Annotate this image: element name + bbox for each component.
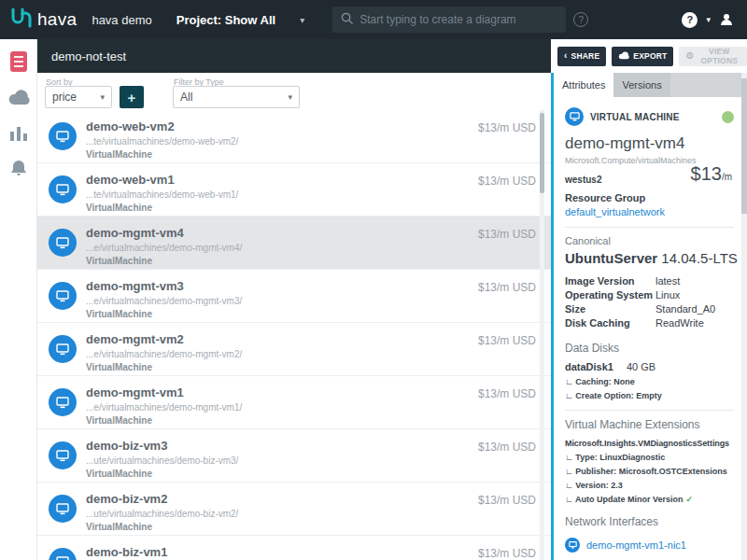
- attr-label: Image Version: [565, 274, 655, 288]
- resource-title: demo-mgmt-vm4: [565, 134, 734, 153]
- resource-path: ...ute/virtualmachines/demo-biz-vm3/: [86, 455, 238, 466]
- panel-tabs: Attributes Versions: [554, 73, 747, 97]
- tab-attributes[interactable]: Attributes: [554, 73, 613, 97]
- attr-label: Operating System: [565, 288, 655, 302]
- sidebar-item-stats[interactable]: [7, 122, 31, 147]
- extension-detail: ∟ Publisher: Microsoft.OSTCExtensions: [565, 467, 734, 476]
- top-navbar: hava hava demo Project: Show All ▾ ? ? ▾: [0, 0, 747, 39]
- resource-price: $13/m USD: [478, 547, 536, 560]
- sidebar-item-alerts[interactable]: [7, 158, 31, 182]
- search-icon: [341, 11, 353, 28]
- list-item[interactable]: demo-mgmt-vm3 ...e/virtualmachines/demo-…: [37, 270, 551, 323]
- resource-path: ...ute/virtualmachines/demo-biz-vm2/: [86, 509, 238, 519]
- resource-type: VirtualMachine: [86, 362, 242, 372]
- add-filter-button[interactable]: +: [120, 86, 144, 108]
- vm-icon: [49, 548, 77, 560]
- project-dropdown-label: Project: Show All: [176, 13, 275, 27]
- list-item[interactable]: demo-biz-vm2 ...ute/virtualmachines/demo…: [37, 483, 551, 536]
- navbar-right-cluster: ? ▾: [682, 12, 734, 28]
- export-button[interactable]: EXPORT: [612, 47, 673, 66]
- sort-select[interactable]: price ▾: [45, 86, 112, 108]
- extension-detail: ∟ Version: 2.3: [565, 481, 734, 490]
- main-content: demo-not-test Sort by price ▾ + Filter b…: [37, 39, 551, 560]
- attr-label: Size: [565, 302, 655, 316]
- gear-icon: ⚙: [685, 51, 694, 61]
- share-button[interactable]: ‹ SHARE: [557, 47, 606, 66]
- environment-header: demo-not-test: [37, 39, 551, 73]
- vm-icon: [49, 229, 77, 257]
- list-item[interactable]: demo-biz-vm1 ...ute/virtualmachines/demo…: [37, 536, 551, 560]
- vm-icon: [49, 388, 77, 416]
- resource-path: ...e/virtualmachines/demo-mgmt-vm2/: [86, 349, 242, 359]
- region-label: westus2: [565, 175, 601, 185]
- list-item[interactable]: demo-web-vm1 ...te/virtualmachines/demo-…: [37, 163, 551, 217]
- tab-versions[interactable]: Versions: [613, 73, 669, 97]
- nic-link[interactable]: demo-mgmt-vm1-nic1: [586, 539, 686, 551]
- list-scrollbar-thumb[interactable]: [540, 113, 544, 193]
- data-disks-title: Data Disks: [565, 342, 734, 355]
- attribute-table: Image Version latest Operating System Li…: [565, 274, 734, 330]
- extensions-title: Virtual Machine Extensions: [565, 418, 734, 431]
- resource-group-link[interactable]: default_virtualnetwork: [565, 206, 734, 217]
- attributes-panel: ‹ SHARE EXPORT ⚙ VIEW OPTIONS Attributes…: [551, 39, 747, 560]
- list-item-selected[interactable]: demo-mgmt-vm4 ...e/virtualmachines/demo-…: [37, 217, 551, 270]
- resource-price: $13/m USD: [478, 228, 536, 241]
- resource-header: VIRTUAL MACHINE: [565, 107, 734, 126]
- sidebar-item-environments[interactable]: [7, 51, 31, 76]
- resource-type: VirtualMachine: [86, 415, 242, 426]
- resource-path: ...te/virtualmachines/demo-web-vm1/: [86, 189, 238, 200]
- vm-icon: [49, 122, 77, 150]
- sort-select-value: price: [52, 91, 77, 104]
- bar-chart-icon: [9, 124, 28, 145]
- search-input[interactable]: [359, 13, 557, 26]
- list-toolbar: Sort by price ▾ + Filter by Type All ▾: [37, 73, 551, 110]
- panel-scrollbar-thumb[interactable]: [741, 78, 747, 214]
- user-icon[interactable]: [719, 12, 734, 27]
- brand[interactable]: hava: [9, 7, 77, 33]
- resource-price: $13/m USD: [478, 121, 536, 134]
- check-icon: ✓: [685, 495, 693, 504]
- resource-price: $13/m USD: [478, 387, 536, 400]
- sidebar-item-clouds[interactable]: [7, 87, 31, 111]
- brand-name: hava: [37, 9, 77, 30]
- help-icon[interactable]: ?: [682, 12, 698, 28]
- share-icon: ‹: [564, 51, 568, 61]
- list-item[interactable]: demo-mgmt-vm1 ...e/virtualmachines/demo-…: [37, 376, 551, 429]
- attr-value: ReadWrite: [655, 316, 704, 330]
- vm-icon: [49, 441, 77, 469]
- region-price-row: westus2 $13/m: [565, 170, 734, 183]
- project-dropdown[interactable]: Project: Show All ▾: [176, 13, 304, 27]
- list-item[interactable]: demo-mgmt-vm2 ...e/virtualmachines/demo-…: [37, 323, 551, 376]
- resource-kind-label: VIRTUAL MACHINE: [590, 112, 680, 122]
- hava-logo-icon: [9, 7, 34, 33]
- resource-name: demo-biz-vm3: [86, 439, 238, 453]
- disk-name: dataDisk1: [565, 361, 613, 372]
- attribute-row: Disk Caching ReadWrite: [565, 316, 734, 330]
- status-indicator: [722, 111, 734, 123]
- panel-action-bar: ‹ SHARE EXPORT ⚙ VIEW OPTIONS: [551, 39, 747, 73]
- resource-name: demo-web-vm1: [86, 173, 238, 187]
- help-outline-icon[interactable]: ?: [573, 12, 588, 27]
- bell-icon: [9, 159, 28, 181]
- resource-price: $13/m USD: [478, 175, 536, 188]
- extension-auto-update: ∟ Auto Update Minor Version✓: [565, 495, 734, 504]
- workspace-name: hava demo: [92, 13, 151, 27]
- resource-type: VirtualMachine: [86, 149, 238, 160]
- user-menu-caret-icon[interactable]: ▾: [706, 15, 711, 24]
- page-title: demo-not-test: [51, 49, 126, 63]
- resource-path: ...e/virtualmachines/demo-mgmt-vm4/: [86, 243, 242, 253]
- list-item[interactable]: demo-web-vm2 ...te/virtualmachines/demo-…: [37, 110, 551, 163]
- resource-name: demo-web-vm2: [86, 119, 238, 133]
- resource-type: VirtualMachine: [86, 203, 238, 213]
- publisher-label: Canonical: [565, 235, 734, 246]
- divider: [565, 410, 734, 411]
- search-box[interactable]: [332, 7, 566, 33]
- list-item[interactable]: demo-biz-vm3 ...ute/virtualmachines/demo…: [37, 429, 551, 483]
- resource-name: demo-mgmt-vm2: [86, 332, 242, 346]
- resource-price: $13/m USD: [478, 494, 536, 507]
- filter-type-select[interactable]: All ▾: [173, 86, 300, 108]
- attr-value: latest: [655, 274, 680, 288]
- network-interfaces-title: Network Interfaces: [565, 515, 734, 528]
- view-options-button[interactable]: ⚙ VIEW OPTIONS: [679, 47, 747, 66]
- resource-name: demo-mgmt-vm4: [86, 226, 242, 240]
